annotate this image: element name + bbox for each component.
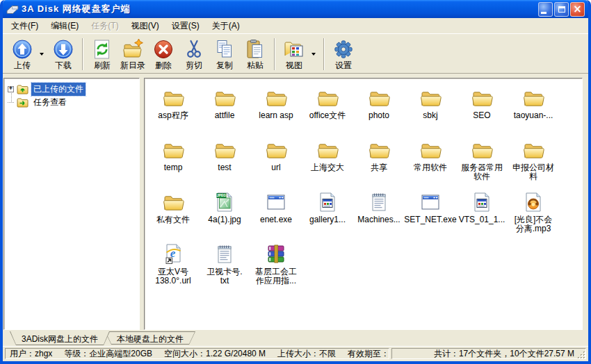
download-button[interactable]: 下载 (48, 36, 79, 72)
file-name: test (218, 163, 231, 172)
tab-local-files[interactable]: 本地硬盘上的文件 (105, 331, 195, 345)
toolbar-button-label: 刷新 (94, 61, 111, 70)
minimize-icon (541, 12, 547, 14)
maximize-button[interactable] (554, 2, 569, 17)
folder-icon (471, 139, 493, 161)
dropdown-caret[interactable] (38, 36, 46, 72)
resize-grip-icon[interactable] (577, 351, 586, 359)
file-item[interactable]: 服务器常用 软件 (456, 138, 508, 188)
file-item[interactable]: temp (147, 138, 199, 188)
copy-icon (213, 38, 236, 60)
close-button[interactable]: × (570, 2, 585, 17)
file-item[interactable]: test (199, 138, 250, 188)
menu-item[interactable]: 关于(A) (206, 18, 246, 34)
file-item[interactable]: asp程序 (147, 85, 199, 135)
file-name: Machines... (357, 215, 400, 224)
file-item[interactable]: 基层工会工 作应用指... (250, 242, 302, 292)
folder-icon (162, 139, 184, 161)
refresh-button[interactable]: 刷新 (87, 36, 118, 72)
file-list-panel[interactable]: asp程序 attfile learn asp office文件 photo s… (144, 78, 583, 330)
file-item[interactable]: office文件 (302, 85, 353, 135)
tab-label: 本地硬盘上的文件 (105, 331, 195, 345)
file-item[interactable]: 常用软件 (405, 138, 456, 188)
file-item[interactable]: attfile (199, 85, 250, 135)
menubar: 文件(F)编辑(E)任务(T)视图(V)设置(S)关于(A) (3, 18, 588, 33)
settings-button[interactable]: 设置 (328, 36, 359, 72)
menu-item[interactable]: 视图(V) (125, 18, 165, 34)
file-name: learn asp (259, 111, 293, 120)
toolbar-button-label: 设置 (335, 61, 352, 70)
app-icon (265, 191, 287, 213)
status-field: 用户：zhgx (10, 348, 52, 359)
file-name: 上海交大 (311, 163, 344, 172)
caret-down-icon (40, 53, 44, 58)
folder-icon (213, 139, 236, 161)
file-item[interactable]: VTS_01_1... (456, 190, 508, 240)
toolbar-separator (323, 38, 325, 70)
svg-text:JPEG: JPEG (217, 193, 226, 197)
folder-icon (419, 87, 442, 109)
tree-item[interactable]: + 已上传的文件 (4, 83, 139, 96)
html-icon (316, 191, 339, 213)
window-title: 3A Disk 网络硬盘客户端 (22, 3, 131, 15)
file-item[interactable]: 卫视卡号. txt (199, 242, 250, 292)
tab-remote-files[interactable]: 3ADisk网盘上的文件 (10, 331, 110, 345)
file-grid: asp程序 attfile learn asp office文件 photo s… (145, 78, 582, 292)
file-item[interactable]: photo (353, 85, 405, 135)
folder-icon (162, 87, 184, 109)
titlebar[interactable]: 3A Disk 网络硬盘客户端 × (3, 0, 588, 18)
folder-upload-icon (17, 84, 29, 94)
file-name: VTS_01_1... (459, 215, 505, 224)
tree-item[interactable]: 任务查看 (4, 96, 139, 109)
new-folder-button[interactable]: 新目录 (118, 36, 148, 72)
file-item[interactable]: SEO (456, 85, 508, 135)
file-item[interactable]: [光良]不会 分离.mp3 (508, 190, 559, 240)
file-item[interactable]: Machines... (353, 190, 405, 240)
tab-label: 3ADisk网盘上的文件 (10, 331, 110, 345)
menu-item[interactable]: 设置(S) (165, 18, 206, 34)
folder-tree[interactable]: + 已上传的文件 任务查看 (3, 78, 140, 330)
file-item[interactable]: SET_NET.exe (405, 190, 456, 240)
file-name: sbkj (423, 111, 437, 120)
file-item[interactable]: 上海交大 (302, 138, 353, 188)
refresh-icon (91, 38, 113, 60)
maximize-icon (558, 6, 565, 13)
minimize-button[interactable] (538, 2, 553, 17)
app-icon (419, 191, 442, 213)
menu-item: 任务(T) (85, 18, 124, 34)
file-item[interactable]: e 亚太V号 138.0°.url (147, 242, 199, 292)
mp3-icon (522, 191, 544, 213)
file-item[interactable]: 共享 (353, 138, 405, 188)
file-item[interactable]: sbkj (405, 85, 456, 135)
file-item[interactable]: taoyuan-... (508, 85, 559, 135)
paste-button[interactable]: 粘贴 (240, 36, 270, 72)
file-item[interactable]: 申报公司材 料 (508, 138, 559, 188)
file-item[interactable]: learn asp (250, 85, 302, 135)
file-item[interactable]: JPEG4a(1).jpg (199, 190, 250, 240)
delete-button[interactable]: 删除 (148, 36, 179, 72)
copy-button[interactable]: 复制 (209, 36, 240, 72)
view-button[interactable]: 视图 (279, 36, 309, 72)
file-item[interactable]: url (250, 138, 302, 188)
cut-button[interactable]: 剪切 (179, 36, 209, 72)
folder-icon (316, 87, 339, 109)
bottom-tabs: 3ADisk网盘上的文件本地硬盘上的文件 (3, 331, 588, 346)
menu-item[interactable]: 编辑(E) (44, 18, 85, 34)
text-icon (368, 191, 390, 213)
file-name: 常用软件 (414, 163, 447, 172)
file-name: temp (164, 163, 183, 172)
new-folder-icon (122, 38, 144, 60)
menu-item[interactable]: 文件(F) (5, 18, 44, 34)
url-icon: e (162, 243, 184, 265)
file-name: 亚太V号 138.0°.url (155, 267, 191, 286)
dropdown-caret[interactable] (309, 36, 318, 72)
tree-expander-icon[interactable]: + (8, 86, 14, 92)
status-field: 空间大小：1.22 G/20480 M (164, 348, 266, 359)
file-item[interactable]: 私有文件 (147, 190, 199, 240)
upload-button[interactable]: 上传 (7, 36, 38, 72)
file-item[interactable]: enet.exe (250, 190, 302, 240)
toolbar-button-label: 剪切 (186, 61, 202, 70)
status-field: 等级：企业高端型20GB (64, 348, 152, 359)
file-item[interactable]: gallery1... (302, 190, 353, 240)
toolbar-separator (274, 38, 275, 70)
